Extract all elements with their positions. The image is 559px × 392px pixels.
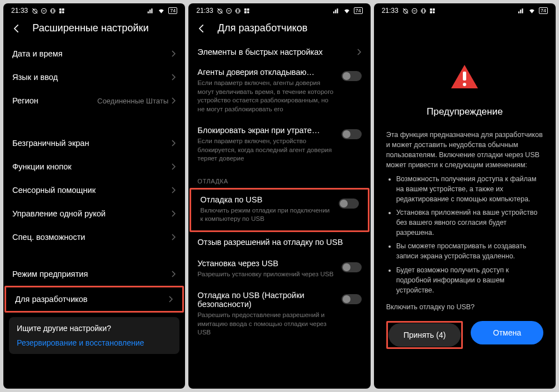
accept-button[interactable]: Принять (4) [389, 323, 461, 347]
chevron-right-icon [169, 296, 173, 303]
wifi-icon [158, 7, 165, 15]
row-lock-on-trust-lost[interactable]: Блокировать экран при утрате… Если парам… [188, 120, 370, 170]
back-icon[interactable] [196, 23, 207, 34]
row-fullscreen[interactable]: Безграничный экран [3, 131, 185, 155]
dialog-bullet: Вы сможете просматривать и создавать зап… [396, 241, 543, 261]
svg-rect-29 [430, 8, 432, 11]
row-language-input[interactable]: Язык и ввод [3, 65, 185, 89]
chevron-right-icon [172, 97, 176, 104]
battery-indicator: 74 [354, 7, 363, 14]
toggle-lock-trust[interactable] [342, 129, 362, 139]
svg-rect-26 [422, 8, 424, 13]
svg-rect-30 [433, 8, 435, 11]
accept-button-highlight: Принять (4) [386, 321, 463, 349]
page-title: Расширенные настройки [32, 22, 149, 34]
dialog-question: Включить отладку по USB? [374, 299, 556, 311]
row-touch-assistant[interactable]: Сенсорный помощник [3, 178, 185, 202]
row-date-time[interactable]: Дата и время [3, 42, 185, 65]
hint-link[interactable]: Резервирование и восстановление [17, 338, 172, 347]
dnd-icon [411, 7, 418, 15]
row-button-functions[interactable]: Функции кнопок [3, 155, 185, 178]
chevron-right-icon [172, 74, 176, 81]
svg-point-32 [433, 11, 435, 13]
svg-rect-33 [463, 72, 466, 81]
status-time: 21:33 [11, 7, 28, 15]
dialog-bullet: Будет возможно получить доступ к подробн… [396, 265, 543, 295]
row-region[interactable]: Регион Соединенные Штаты [3, 89, 185, 112]
status-icons-left [402, 7, 436, 15]
svg-rect-8 [62, 8, 64, 11]
phone-screen-developer-options: 21:33 74 Для разработчиков Элементы в бы… [188, 3, 370, 389]
cancel-button[interactable]: Отмена [471, 321, 543, 344]
alarm-off-icon [402, 7, 409, 15]
vibrate-icon [49, 7, 56, 15]
dnd-icon [225, 7, 233, 15]
header: Расширенные настройки [3, 16, 185, 42]
status-bar: 21:33 74 [3, 3, 185, 16]
hint-question: Ищите другие настройки? [17, 324, 172, 333]
status-icons-right: 74 [333, 7, 363, 15]
toggle-trust-agents[interactable] [342, 71, 362, 81]
toggle-usb-debug[interactable] [339, 199, 359, 209]
chevron-right-icon [172, 50, 176, 57]
wifi-icon [528, 7, 536, 15]
svg-point-10 [62, 11, 64, 13]
alarm-off-icon [216, 7, 224, 15]
dnd-icon [40, 7, 48, 15]
row-one-hand[interactable]: Управление одной рукой [3, 202, 185, 225]
status-time: 21:33 [196, 7, 213, 15]
status-icons-left [216, 7, 250, 15]
phone-screen-advanced-settings: 21:33 74 Расширенные настройки Дата и вр… [3, 3, 185, 389]
svg-rect-18 [245, 8, 247, 11]
hint-card: Ищите другие настройки? Резервирование и… [9, 317, 179, 354]
dialog-bullet: Установка приложений на ваше устройство … [396, 207, 543, 238]
status-bar: 21:33 74 [188, 3, 370, 16]
battery-indicator: 74 [539, 7, 548, 14]
signal-icon [518, 7, 525, 15]
toggle-install-usb[interactable] [342, 262, 362, 272]
back-icon[interactable] [11, 23, 22, 34]
row-quick-settings-elements[interactable]: Элементы в быстрых настройках [188, 42, 370, 62]
chevron-right-icon [172, 271, 176, 277]
dialog-bullet-list: Возможность получения доступа к файлам н… [386, 174, 543, 295]
dialog-bullet: Возможность получения доступа к файлам н… [396, 174, 543, 204]
svg-rect-4 [51, 8, 54, 13]
svg-rect-20 [245, 11, 247, 13]
chevron-right-icon [172, 140, 176, 147]
alarm-off-icon [31, 7, 39, 15]
chevron-right-icon [172, 187, 176, 193]
dialog-title: Предупреждение [374, 106, 556, 117]
toggle-usb-security[interactable] [342, 294, 362, 304]
svg-point-21 [247, 11, 249, 13]
row-usb-debug-security[interactable]: Отладка по USB (Настройки безопасности) … [188, 285, 370, 344]
svg-rect-9 [59, 11, 61, 13]
page-title: Для разработчиков [217, 22, 307, 34]
phone-screen-warning-dialog: 21:33 74 Предупреждение Эта функция пред… [374, 3, 556, 389]
status-bar: 21:33 74 [374, 3, 556, 16]
app-icon [58, 7, 65, 15]
row-trust-agents-delay[interactable]: Агенты доверия откладываю… Если параметр… [188, 62, 370, 120]
vibrate-icon [234, 7, 241, 15]
header: Для разработчиков [188, 16, 370, 42]
row-enterprise-mode[interactable]: Режим предприятия [3, 262, 185, 286]
row-accessibility[interactable]: Спец. возможности [3, 225, 185, 249]
svg-point-34 [463, 83, 466, 86]
row-usb-debugging[interactable]: Отладка по USB Включить режим отладки пр… [190, 188, 369, 232]
app-icon [429, 7, 436, 15]
status-icons-right: 74 [518, 7, 548, 15]
dialog-body: Эта функция предназначена для разработчи… [374, 130, 556, 299]
chevron-right-icon [172, 234, 176, 240]
app-icon [243, 7, 250, 15]
svg-rect-19 [247, 8, 249, 11]
svg-rect-31 [430, 11, 432, 13]
chevron-right-icon [172, 163, 176, 170]
signal-icon [333, 7, 340, 15]
svg-rect-7 [59, 8, 61, 11]
row-developer-options[interactable]: Для разработчиков [4, 286, 184, 313]
section-debug-label: ОТЛАДКА [188, 170, 370, 188]
battery-indicator: 74 [168, 7, 177, 14]
row-install-via-usb[interactable]: Установка через USB Разрешить установку … [188, 253, 370, 286]
vibrate-icon [420, 7, 427, 15]
signal-icon [147, 7, 154, 15]
row-revoke-usb-auth[interactable]: Отзыв разрешений на отладку по USB [188, 232, 370, 253]
